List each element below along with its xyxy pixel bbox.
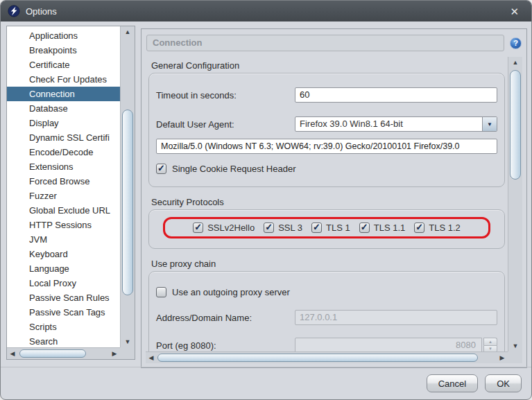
sidebar-item-check-for-updates[interactable]: Check For Updates (7, 72, 120, 87)
sidebar-hscroll-thumb[interactable] (19, 349, 86, 358)
user-agent-string-input[interactable]: Mozilla/5.0 (Windows NT 6.3; WOW64; rv:3… (156, 139, 497, 154)
ssl3-checkbox[interactable]: ✓ (264, 223, 274, 233)
check-icon: ✓ (415, 223, 423, 232)
sidebar-item-fuzzer[interactable]: Fuzzer (7, 189, 120, 203)
spinner-up-icon[interactable]: ▲ (483, 338, 497, 345)
address-input[interactable]: 127.0.0.1 (295, 310, 497, 325)
sidebar-item-dynamic-ssl-certificates[interactable]: Dynamic SSL Certifi (7, 130, 120, 145)
sidebar-item-jvm[interactable]: JVM (7, 232, 120, 247)
panel-title: Connection (146, 35, 504, 51)
help-icon[interactable]: ? (510, 37, 522, 49)
check-icon: ✓ (361, 223, 368, 232)
tls1-label: TLS 1 (326, 223, 350, 233)
sslv2hello-label: SSLv2Hello (207, 223, 255, 233)
options-dialog: Options ✕ Applications Breakpoints Certi… (0, 0, 532, 400)
dialog-button-bar: Cancel OK (1, 367, 531, 399)
cancel-button[interactable]: Cancel (427, 374, 478, 392)
zap-logo-icon (8, 5, 20, 17)
outgoing-proxy-checkbox[interactable] (156, 287, 166, 297)
ok-button[interactable]: OK (485, 374, 522, 392)
sidebar-item-encode-decode[interactable]: Encode/Decode (7, 145, 120, 159)
sidebar-item-global-exclude-url[interactable]: Global Exclude URL (7, 203, 120, 218)
sidebar-item-keyboard[interactable]: Keyboard (7, 247, 120, 261)
protocol-tls11: ✓ TLS 1.1 (359, 223, 406, 233)
outgoing-proxy-label: Use an outgoing proxy server (172, 287, 290, 297)
sidebar-item-search[interactable]: Search (7, 334, 120, 347)
check-icon: ✓ (157, 164, 165, 173)
sidebar-horizontal-scrollbar[interactable]: ◀ ▶ (7, 347, 120, 359)
sidebar-vscroll-thumb[interactable] (122, 110, 133, 295)
window-title: Options (26, 6, 57, 17)
sidebar-item-certificate[interactable]: Certificate (7, 58, 120, 72)
default-user-agent-select[interactable]: Firefox 39.0 Win8.1 64-bit ▼ (295, 116, 497, 132)
sidebar-vertical-scrollbar[interactable]: ▲ ▼ (120, 26, 135, 347)
options-category-list: Applications Breakpoints Certificate Che… (7, 26, 120, 347)
tls12-checkbox[interactable]: ✓ (414, 223, 424, 233)
scroll-right-icon[interactable]: ▶ (497, 352, 508, 363)
address-label: Address/Domain Name: (156, 313, 295, 323)
security-protocols-highlight: ✓ SSLv2Hello ✓ SSL 3 ✓ TLS 1 (163, 217, 490, 238)
sidebar-item-scripts[interactable]: Scripts (7, 320, 120, 334)
ssl3-label: SSL 3 (278, 223, 302, 233)
settings-hscroll-thumb[interactable] (157, 354, 478, 362)
scroll-down-icon[interactable]: ▼ (508, 340, 522, 351)
scrollbar-corner (120, 347, 135, 359)
chevron-down-icon[interactable]: ▼ (482, 117, 497, 131)
check-icon: ✓ (194, 223, 202, 232)
sidebar-item-forced-browse[interactable]: Forced Browse (7, 174, 120, 189)
security-protocols-title: Security Protocols (151, 197, 506, 207)
default-user-agent-value: Firefox 39.0 Win8.1 64-bit (295, 117, 482, 131)
check-icon: ✓ (265, 223, 273, 232)
sidebar-item-database[interactable]: Database (7, 101, 120, 116)
general-configuration-group: Timeout in seconds: 60 Default User Agen… (148, 73, 505, 187)
settings-horizontal-scrollbar[interactable]: ◀ ▶ (146, 351, 508, 363)
port-spinner[interactable]: 8080 ▲ ▼ (295, 338, 497, 351)
single-cookie-label: Single Cookie Request Header (172, 164, 296, 174)
sidebar-item-local-proxy[interactable]: Local Proxy (7, 276, 120, 290)
panel-header: Connection ? (146, 34, 522, 52)
scroll-left-icon[interactable]: ◀ (7, 348, 18, 359)
sslv2hello-checkbox[interactable]: ✓ (193, 223, 203, 233)
connection-settings-pane: Connection ? General Configuration Timeo… (141, 28, 527, 368)
settings-vscroll-thumb[interactable] (510, 70, 521, 180)
port-input[interactable]: 8080 (295, 338, 482, 351)
default-user-agent-label: Default User Agent: (156, 119, 295, 130)
use-proxy-chain-group: Use an outgoing proxy server Address/Dom… (148, 271, 505, 351)
spinner-down-icon[interactable]: ▼ (483, 345, 497, 352)
scroll-down-icon[interactable]: ▼ (121, 336, 135, 347)
sidebar-item-passive-scan-rules[interactable]: Passive Scan Rules (7, 290, 120, 305)
use-proxy-chain-title: Use proxy chain (151, 259, 506, 269)
scroll-up-icon[interactable]: ▲ (508, 57, 522, 68)
protocol-sslv2hello: ✓ SSLv2Hello (193, 223, 255, 233)
title-bar: Options ✕ (1, 1, 531, 21)
tls1-checkbox[interactable]: ✓ (311, 223, 322, 233)
scroll-right-icon[interactable]: ▶ (109, 348, 120, 359)
tls11-label: TLS 1.1 (374, 223, 406, 233)
sidebar-item-language[interactable]: Language (7, 261, 120, 276)
sidebar-item-applications[interactable]: Applications (7, 28, 120, 43)
sidebar-item-connection[interactable]: Connection (7, 87, 120, 101)
settings-content: General Configuration Timeout in seconds… (146, 57, 508, 351)
timeout-input[interactable]: 60 (295, 87, 497, 103)
settings-scroll-pane: General Configuration Timeout in seconds… (146, 57, 522, 363)
sidebar-item-extensions[interactable]: Extensions (7, 159, 120, 174)
scrollbar-corner (508, 351, 522, 363)
sidebar-item-display[interactable]: Display (7, 116, 120, 130)
dialog-body: Applications Breakpoints Certificate Che… (1, 21, 531, 399)
timeout-label: Timeout in seconds: (156, 90, 295, 101)
settings-vertical-scrollbar[interactable]: ▲ ▼ (508, 57, 522, 351)
check-icon: ✓ (313, 223, 320, 232)
close-icon[interactable]: ✕ (504, 5, 524, 18)
protocol-ssl3: ✓ SSL 3 (264, 223, 302, 233)
scroll-up-icon[interactable]: ▲ (121, 26, 135, 37)
sidebar-item-breakpoints[interactable]: Breakpoints (7, 43, 120, 58)
scroll-left-icon[interactable]: ◀ (146, 352, 157, 363)
sidebar-item-passive-scan-tags[interactable]: Passive Scan Tags (7, 305, 120, 320)
security-protocols-group: ✓ SSLv2Hello ✓ SSL 3 ✓ TLS 1 (148, 209, 505, 249)
protocol-tls12: ✓ TLS 1.2 (414, 223, 461, 233)
protocol-tls1: ✓ TLS 1 (311, 223, 350, 233)
sidebar-item-http-sessions[interactable]: HTTP Sessions (7, 218, 120, 232)
tls11-checkbox[interactable]: ✓ (359, 223, 370, 233)
options-category-pane: Applications Breakpoints Certificate Che… (6, 26, 135, 360)
single-cookie-checkbox[interactable]: ✓ (156, 164, 166, 174)
